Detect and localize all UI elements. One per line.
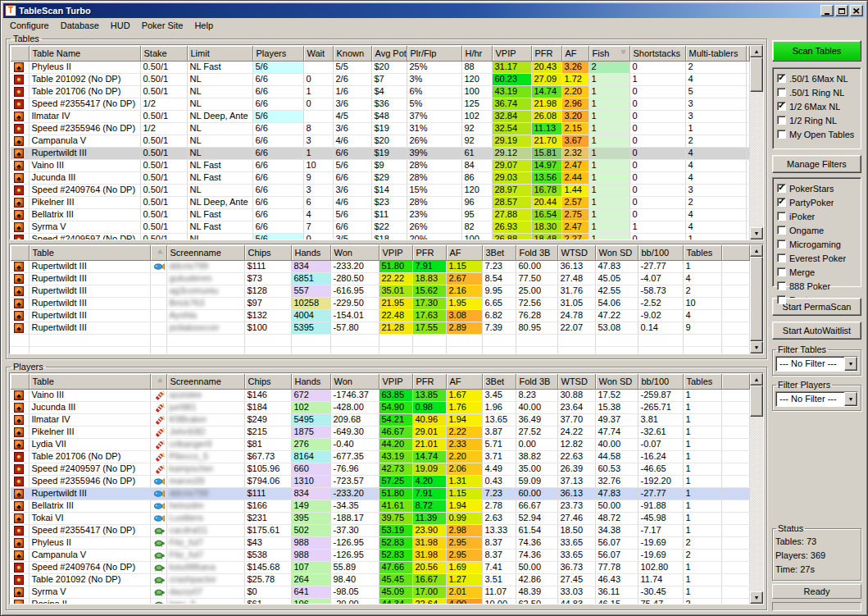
checked-checkbox-icon[interactable]: [777, 198, 786, 207]
column-header-fish[interactable]: Fish▼: [589, 46, 629, 61]
column-header-avg-pot[interactable]: Avg Pot: [371, 46, 407, 61]
grid-row[interactable]: ♠Rupertwildt IIIpoliaksoccer$1005395-57.…: [11, 322, 750, 334]
scroll-down-button[interactable]: ▼: [750, 227, 763, 240]
checkbox-item-1-2-6max-nl[interactable]: 1/2 6Max NL: [775, 99, 859, 113]
grid-row[interactable]: ♠Vaino III0.50/1NL Fast6/6105/6$928%8429…: [11, 159, 750, 171]
unchecked-checkbox-icon[interactable]: [777, 116, 786, 125]
scroll-up-button[interactable]: ▲: [750, 45, 763, 57]
column-header-plr-flp[interactable]: Plr/Flp: [407, 46, 461, 61]
column-header-won-sd[interactable]: Won SD: [595, 245, 638, 260]
grid-row[interactable]: Speed #2409597 (No DP)0.50/1NL5/603/5$18…: [11, 233, 750, 240]
grid-row[interactable]: ♠Rupertwildt IIIag3comuniu$128557-616.95…: [11, 285, 750, 297]
scan-tables-button[interactable]: Scan Tables: [772, 40, 861, 62]
column-header-vpip[interactable]: VPIP: [379, 374, 412, 389]
maximize-button[interactable]: [835, 5, 848, 16]
grid-row[interactable]: ♠Rupertwildt IIIddcris799$111834-233.205…: [11, 487, 750, 500]
grid-row[interactable]: ♠Campanula V0.50/1NL6/634/6$2026%9229.19…: [11, 135, 750, 147]
column-header-3bet[interactable]: 3Bet: [482, 374, 516, 389]
grid-row[interactable]: ♠Rosina IIloey_5$61106-20.0044.3422.644.…: [11, 598, 750, 604]
unchecked-checkbox-icon[interactable]: [777, 267, 786, 276]
unchecked-checkbox-icon[interactable]: [777, 295, 786, 304]
checked-checkbox-icon[interactable]: [777, 74, 786, 83]
grid-row[interactable]: Speed #2355946 (No DP)marvo39$794.061310…: [11, 475, 750, 487]
column-header-af[interactable]: AF: [561, 46, 589, 61]
column-header-tables[interactable]: Tables: [683, 245, 721, 260]
grid-row[interactable]: ♠Phyleus IIFitz_ful7$43988-126.9552.8331…: [11, 536, 750, 549]
unchecked-checkbox-icon[interactable]: [777, 253, 786, 262]
grid-row[interactable]: ♠Pikelner III0.50/1NL Deep, Ante6/664/6$…: [11, 196, 750, 208]
column-header-hands[interactable]: Hands: [291, 245, 330, 260]
unchecked-checkbox-icon[interactable]: [777, 212, 786, 221]
unchecked-checkbox-icon[interactable]: [777, 130, 786, 139]
scroll-thumb[interactable]: [750, 257, 763, 341]
checkbox-item-50-1-6max-nl[interactable]: .50/1 6Max NL: [775, 71, 859, 85]
column-header-wtsd[interactable]: WTSD: [557, 245, 595, 260]
column-header-af[interactable]: AF: [446, 245, 482, 260]
menu-hud[interactable]: HUD: [105, 19, 136, 33]
checkbox-item-pokerstars[interactable]: PokerStars: [775, 181, 859, 195]
close-button[interactable]: [850, 5, 863, 16]
menu-help[interactable]: Help: [189, 19, 219, 33]
column-header-icon[interactable]: [11, 46, 29, 61]
grid-row[interactable]: ♠Rupertwildt IIIgukuderen$736851-280.502…: [11, 272, 750, 285]
grid-row[interactable]: ♠Ilmatar IVK9Braker$2495495209.6854.2140…: [11, 413, 750, 426]
column-header-bb-100[interactable]: bb/100: [638, 245, 683, 260]
grid-row[interactable]: ♠Rupertwildt IIIAyohla$1324004-154.0122.…: [11, 309, 750, 322]
checkbox-item-888-poker[interactable]: 888 Poker: [775, 279, 859, 293]
grid-row[interactable]: ♠Pikelner IIIJohn59D$2151875-649.3046.67…: [11, 426, 750, 438]
grid-row[interactable]: ♠Jucunda III0.50/1NL Fast6/696/6$2928%86…: [11, 171, 750, 184]
grid-row[interactable]: Speed #2355946 (No DP)1/2NL6/683/6$1931%…: [11, 122, 750, 135]
checkbox-item-my-open-tables[interactable]: My Open Tables: [775, 127, 859, 141]
grid-row[interactable]: ♠Rupertwildt IIIBrick763$9710258-229.502…: [11, 297, 750, 309]
manage-filters-button[interactable]: Manage Filters: [772, 155, 861, 173]
players-scrollbar[interactable]: ▲▼: [750, 373, 763, 604]
grid-row[interactable]: ♠Syrma Vdazzy07$0641-98.0545.0917.002.01…: [11, 586, 750, 598]
column-header-fold-3b[interactable]: Fold 3B: [516, 245, 557, 260]
menu-poker-site[interactable]: Poker Site: [136, 19, 189, 33]
column-header-shortstacks[interactable]: Shortstacks: [629, 46, 685, 61]
column-header-stake[interactable]: Stake: [140, 46, 187, 61]
grid-row[interactable]: Speed #2409764 (No DP)0.50/1NL6/633/6$14…: [11, 184, 750, 196]
grid-row[interactable]: Speed #2409597 (No DP)kampscher$105.9666…: [11, 463, 750, 475]
column-header-fold-3b[interactable]: Fold 3B: [516, 374, 557, 389]
column-header-limit[interactable]: Limit: [187, 46, 252, 61]
checkbox-item-ongame[interactable]: Ongame: [775, 223, 859, 237]
checked-checkbox-icon[interactable]: [777, 184, 786, 193]
start-autowaitlist-button[interactable]: Start AutoWaitlist: [772, 322, 861, 340]
titlebar[interactable]: T TableScan Turbo: [3, 3, 865, 18]
checkbox-item-ipoker[interactable]: iPoker: [775, 209, 859, 223]
tables-scrollbar[interactable]: ▲▼: [750, 45, 763, 240]
grid-row[interactable]: ♠Tokai VILusttiers$231395-188.1739.7511.…: [11, 512, 750, 524]
scroll-track[interactable]: [750, 257, 763, 341]
menu-configure[interactable]: Configure: [4, 19, 55, 33]
grid-row[interactable]: ♠Vaino IIIazzislee$146672-1746.3763.8513…: [11, 389, 750, 401]
grid-row[interactable]: Speed #2355417 (No DP)1/2NL6/603/6$365%1…: [11, 98, 750, 110]
filter-players-select[interactable]: --- No Filter --- ▼: [775, 391, 858, 407]
unchecked-checkbox-icon[interactable]: [777, 226, 786, 235]
column-header-players[interactable]: Players: [252, 46, 303, 61]
checkbox-item-1-2-ring-nl[interactable]: 1/2 Ring NL: [775, 113, 859, 127]
column-header-pfr[interactable]: PFR: [412, 374, 446, 389]
unchecked-checkbox-icon[interactable]: [777, 281, 786, 290]
checkbox-item-microgaming[interactable]: Microgaming: [775, 237, 859, 251]
scroll-up-button[interactable]: ▲: [750, 244, 763, 257]
column-header-won-sd[interactable]: Won SD: [595, 374, 638, 389]
scroll-thumb[interactable]: [750, 386, 763, 417]
grid-row[interactable]: ♠Phyleus II0.50/1NL Fast5/65/5$2025%8831…: [11, 61, 750, 73]
chevron-down-icon[interactable]: ▼: [844, 392, 857, 406]
unchecked-checkbox-icon[interactable]: [777, 88, 786, 97]
grid-row[interactable]: ♠Bellatrix III0.50/1NL Fast6/645/6$1123%…: [11, 208, 750, 221]
column-header-pfr[interactable]: PFR: [531, 46, 561, 61]
grid-row[interactable]: ♠Syrma V0.50/1NL Fast6/676/6$2226%8226.9…: [11, 221, 750, 233]
column-header-table[interactable]: Table: [29, 374, 150, 389]
column-header-table[interactable]: Table: [29, 245, 150, 260]
column-header-wtsd[interactable]: WTSD: [557, 374, 595, 389]
scroll-down-button[interactable]: ▼: [750, 591, 763, 604]
checkbox-item-everest-poker[interactable]: Everest Poker: [775, 251, 859, 265]
column-header-chips[interactable]: Chips: [244, 245, 291, 260]
grid-row[interactable]: Table 201092 (No DP)0.50/1NL6/602/6$73%1…: [11, 73, 750, 85]
scroll-track[interactable]: [750, 386, 763, 591]
grid-row[interactable]: ♠Lydia VIIcribanger9$81276-0.4044.2021.0…: [11, 438, 750, 450]
column-header-bb-100[interactable]: bb/100: [638, 374, 683, 389]
column-header-won[interactable]: Won: [330, 374, 379, 389]
